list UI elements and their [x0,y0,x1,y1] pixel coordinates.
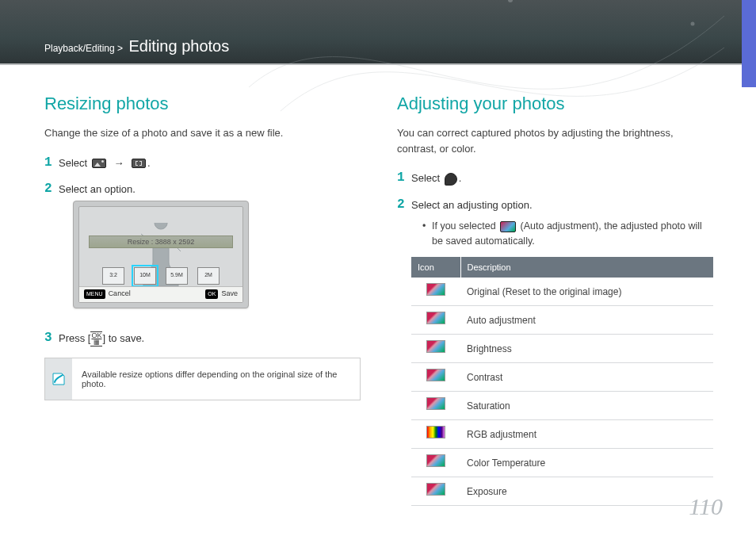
adjustment-thumb-icon [426,397,445,410]
page-title: Editing photos [128,37,229,55]
adjustment-thumb-icon [426,369,445,381]
adjustment-icon-cell [411,477,460,506]
adjustment-desc-cell: Saturation [460,392,713,420]
manual-page: Playback/Editing > Editing photos Resizi… [0,0,756,536]
camera-bottom-bar: MENU Cancel OK Save [79,286,242,302]
camera-screenshot: Resize : 3888 x 2592 3:2 10M 5.9M 2M M [73,201,249,308]
resize-option[interactable]: 3:2 [102,267,124,285]
menu-button-chip: MENU [84,289,105,300]
adjustment-desc-cell: RGB adjustment [460,420,713,449]
adjustment-icon-cell [411,392,460,420]
adjustment-desc-cell: Contrast [460,363,713,392]
table-row: Color Temperature [411,449,713,477]
table-row: Contrast [411,363,713,392]
step-2: 2 Select an option. Resize : 3888 x 2592… [44,182,361,320]
resize-icon [132,159,146,168]
adjustment-thumb-icon [426,283,445,296]
col-header-icon: Icon [411,257,460,278]
adjustment-thumb-icon [426,312,445,324]
adjustment-desc-cell: Brightness [460,335,713,363]
step-3: 3 Press [OK▦] to save. [44,331,361,346]
header-banner: Playback/Editing > Editing photos [0,0,756,65]
note-text: Available resize options differ dependin… [72,358,360,400]
adjustment-icon-cell [411,449,460,477]
table-row: Original (Reset to the original image) [411,278,713,306]
palette-icon [445,173,457,186]
table-row: Exposure [411,477,713,506]
right-column: Adjusting your photos You can correct ca… [397,94,713,517]
adjusting-steps: 1 Select . 2 Select an adjusting option.… [397,170,713,506]
ok-key-icon: OK▦ [90,331,102,346]
adjusting-intro: You can correct captured photos by adjus… [397,125,713,156]
left-column: Resizing photos Change the size of a pho… [44,94,361,517]
resize-option[interactable]: 5.9M [166,267,188,285]
resize-label: Resize : 3888 x 2592 [89,235,233,248]
resize-option-selected[interactable]: 10M [134,267,156,285]
svg-point-0 [508,0,513,2]
breadcrumb: Playback/Editing > Editing photos [44,37,229,56]
resizing-intro: Change the size of a photo and save it a… [44,125,361,141]
table-row: Saturation [411,392,713,420]
adjustment-thumb-icon [426,483,445,496]
adjustment-thumb-icon [426,340,445,353]
adjustment-desc-cell: Exposure [460,477,713,506]
breadcrumb-sep: > [117,43,123,54]
adjustment-icon-cell [411,278,460,306]
step-2: 2 Select an adjusting option. If you sel… [397,197,713,507]
cancel-label: Cancel [109,289,131,300]
table-row: Brightness [411,335,713,363]
auto-adjustment-icon [500,221,516,232]
resize-option[interactable]: 2M [197,267,220,285]
page-number: 110 [689,493,723,520]
resizing-heading: Resizing photos [44,94,361,114]
adjustment-icon-cell [411,420,460,449]
step-1: 1 Select . [397,170,713,186]
adjustment-thumb-icon [426,426,445,438]
ok-button-chip: OK [205,289,218,300]
adjustment-icon-cell [411,306,460,335]
breadcrumb-section: Playback/Editing [44,43,115,54]
step-1: 1 Select → . [44,155,361,171]
resize-options-row: 3:2 10M 5.9M 2M [79,267,242,285]
adjustment-desc-cell: Color Temperature [460,449,713,477]
adjustment-icon-cell [411,363,460,392]
svg-point-2 [691,22,695,26]
resizing-steps: 1 Select → . 2 Select an option. [44,155,361,346]
adjustment-desc-cell: Original (Reset to the original image) [460,278,713,306]
adjustment-icon-cell [411,335,460,363]
adjusting-heading: Adjusting your photos [397,94,713,114]
adjustment-options-table: Icon Description Original (Reset to the … [411,257,713,507]
note-callout: Available resize options differ dependin… [44,358,361,400]
image-edit-icon [92,159,106,168]
auto-adjust-note: If you selected (Auto adjustment), the a… [422,219,713,249]
col-header-desc: Description [460,257,713,278]
adjustment-desc-cell: Auto adjustment [460,306,713,335]
adjustment-thumb-icon [426,454,445,467]
side-tab-indicator [742,0,756,87]
note-icon [45,358,72,400]
content-columns: Resizing photos Change the size of a pho… [0,65,756,517]
save-label: Save [221,289,238,300]
table-row: RGB adjustment [411,420,713,449]
table-row: Auto adjustment [411,306,713,335]
